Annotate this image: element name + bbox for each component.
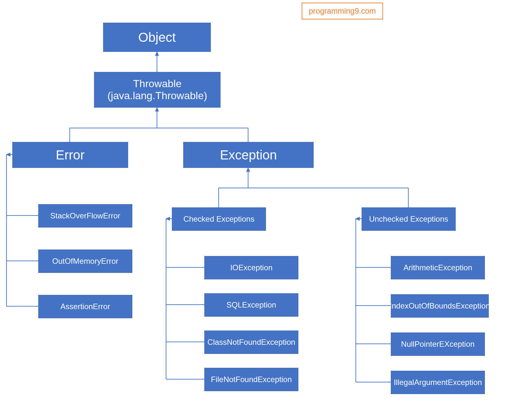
node-throwable: Throwable (java.lang.Throwable) — [94, 72, 221, 108]
node-outofmemory: OutOfMemoryError — [38, 250, 132, 273]
node-nullpointer: NullPointerEXception — [391, 332, 485, 356]
node-stackoverflow: StackOverFlowError — [38, 204, 132, 228]
node-arithmetic: ArithmeticException — [391, 256, 485, 279]
credit-box: programming9.com — [302, 3, 383, 19]
node-sql: SQLException — [204, 293, 298, 317]
node-unchecked: Unchecked Exceptions — [362, 207, 456, 231]
node-checked: Checked Exceptions — [172, 207, 266, 231]
node-classnotfound: ClassNotFoundException — [204, 331, 298, 354]
node-io: IOException — [204, 256, 298, 279]
node-illegalarg: IllegalArgumentException — [391, 371, 485, 394]
node-object: Object — [103, 23, 211, 52]
node-filenotfound: FileNotFoundException — [204, 368, 298, 391]
node-error: Error — [12, 142, 128, 168]
node-exception: Exception — [183, 142, 314, 168]
node-indexoob: IndexOutOfBoundsException — [391, 294, 489, 318]
node-assertion: AssertionError — [38, 295, 132, 318]
